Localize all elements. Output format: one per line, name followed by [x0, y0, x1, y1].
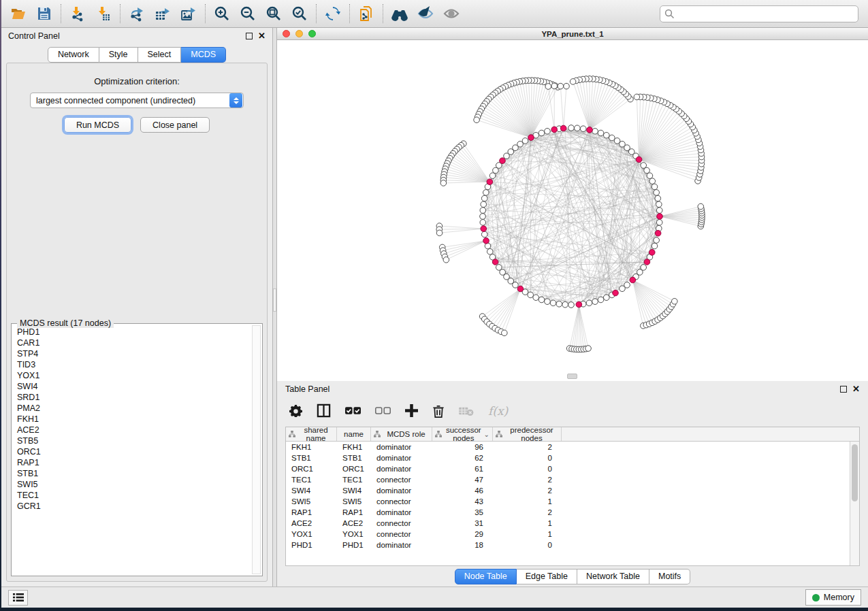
memory-button[interactable]: Memory: [805, 589, 861, 606]
leaf-node[interactable]: [671, 299, 677, 305]
mcds-hub-node[interactable]: [649, 250, 655, 256]
tab-node-table[interactable]: Node Table: [455, 569, 517, 584]
ring-node[interactable]: [533, 295, 539, 301]
ring-node[interactable]: [656, 201, 662, 208]
zoom-fit-icon[interactable]: [261, 2, 287, 25]
ring-node[interactable]: [568, 125, 575, 131]
tab-mcds[interactable]: MCDS: [181, 47, 226, 63]
ring-node[interactable]: [609, 135, 615, 141]
leaf-node[interactable]: [440, 180, 447, 186]
leaf-node[interactable]: [474, 117, 480, 123]
mcds-hub-node[interactable]: [613, 290, 619, 296]
tab-edge-table[interactable]: Edge Table: [517, 569, 577, 584]
ring-node[interactable]: [580, 126, 586, 132]
leaf-node[interactable]: [558, 83, 564, 89]
refresh-view-icon[interactable]: [320, 2, 346, 25]
mcds-hub-node[interactable]: [630, 277, 636, 283]
close-table-panel-icon[interactable]: ✕: [852, 386, 860, 393]
tab-style[interactable]: Style: [99, 47, 138, 63]
task-history-button[interactable]: [8, 590, 28, 606]
table-row[interactable]: ORC1ORC1dominator610: [286, 463, 859, 474]
delete-table-icon[interactable]: [459, 406, 474, 416]
export-table-icon[interactable]: [150, 2, 176, 25]
mcds-hub-node[interactable]: [587, 127, 593, 133]
leaf-node[interactable]: [564, 83, 570, 89]
ring-node[interactable]: [545, 299, 551, 305]
open-file-icon[interactable]: [5, 2, 31, 25]
table-row[interactable]: ACE2ACE2connector311: [286, 518, 859, 529]
ring-node[interactable]: [656, 208, 662, 214]
mcds-result-item[interactable]: ORC1: [13, 446, 251, 457]
unselect-all-checkboxes-icon[interactable]: [375, 406, 391, 416]
select-all-checkboxes-icon[interactable]: [345, 406, 361, 416]
ring-node[interactable]: [513, 282, 519, 288]
ring-node[interactable]: [562, 301, 568, 308]
mcds-hub-node[interactable]: [655, 231, 661, 237]
mcds-result-item[interactable]: CAR1: [13, 337, 251, 348]
ring-node[interactable]: [603, 295, 609, 301]
ring-node[interactable]: [568, 302, 575, 308]
ring-node[interactable]: [641, 163, 647, 169]
delete-column-icon[interactable]: [432, 404, 445, 418]
mcds-hub-node[interactable]: [483, 238, 489, 244]
search-binoculars-icon[interactable]: [387, 2, 413, 25]
mcds-result-item[interactable]: RAP1: [13, 457, 251, 468]
mcds-result-item[interactable]: SWI4: [13, 381, 251, 392]
ring-node[interactable]: [652, 184, 658, 190]
table-row[interactable]: PHD1PHD1dominator180: [286, 540, 859, 550]
minimize-window-icon[interactable]: [295, 30, 303, 37]
table-options-gear-icon[interactable]: [289, 404, 302, 417]
ring-node[interactable]: [539, 297, 545, 303]
leaf-node[interactable]: [570, 79, 576, 85]
table-scrollbar[interactable]: [850, 442, 859, 565]
ring-node[interactable]: [487, 248, 493, 254]
ring-node[interactable]: [624, 282, 630, 288]
ring-node[interactable]: [480, 208, 486, 214]
column-header-shared-name[interactable]: shared name: [286, 427, 337, 441]
ring-node[interactable]: [592, 129, 598, 135]
zoom-in-icon[interactable]: [209, 2, 235, 25]
ring-node[interactable]: [656, 220, 662, 226]
ring-node[interactable]: [528, 292, 534, 298]
ring-node[interactable]: [550, 300, 556, 306]
tab-select[interactable]: Select: [138, 47, 182, 63]
export-image-icon[interactable]: [176, 2, 202, 25]
ring-node[interactable]: [480, 214, 486, 220]
ring-node[interactable]: [647, 173, 653, 179]
ring-node[interactable]: [592, 299, 598, 305]
mcds-hub-node[interactable]: [657, 214, 663, 220]
mcds-hub-node[interactable]: [560, 125, 566, 131]
table-row[interactable]: RAP1RAP1dominator352: [286, 507, 859, 518]
hide-graphics-details-icon[interactable]: [413, 2, 438, 25]
mcds-hub-node[interactable]: [644, 259, 650, 265]
mcds-result-item[interactable]: STP4: [13, 348, 251, 359]
mcds-hub-node[interactable]: [492, 259, 498, 265]
leaf-node[interactable]: [545, 84, 551, 90]
show-graphics-details-icon[interactable]: [438, 2, 464, 25]
leaf-node[interactable]: [502, 330, 508, 336]
function-builder-icon[interactable]: f(x): [488, 404, 508, 418]
maximize-window-icon[interactable]: [308, 30, 316, 37]
tab-motifs[interactable]: Motifs: [649, 569, 690, 584]
ring-node[interactable]: [641, 265, 647, 271]
tab-network-table[interactable]: Network Table: [577, 569, 649, 584]
mcds-result-list[interactable]: PHD1CAR1STP4TID3YOX1SWI4SRD1PMA2FKH1ACE2…: [13, 327, 251, 573]
table-row[interactable]: STB1STB1dominator620: [286, 452, 859, 463]
float-table-panel-icon[interactable]: [840, 386, 847, 393]
ring-node[interactable]: [598, 130, 604, 136]
ring-node[interactable]: [489, 173, 496, 179]
import-table-icon[interactable]: [91, 2, 116, 25]
mcds-result-item[interactable]: TEC1: [13, 490, 251, 501]
optimization-criterion-dropdown[interactable]: largest connected component (undirected): [30, 93, 244, 108]
ring-node[interactable]: [481, 201, 487, 208]
ring-node[interactable]: [654, 237, 660, 244]
mcds-result-item[interactable]: YOX1: [13, 370, 251, 381]
leaf-node[interactable]: [698, 203, 704, 210]
mcds-hub-node[interactable]: [517, 286, 524, 292]
close-window-icon[interactable]: [283, 30, 290, 37]
search-input[interactable]: [678, 9, 854, 18]
leaf-node[interactable]: [436, 230, 443, 236]
ring-node[interactable]: [614, 138, 620, 144]
ring-node[interactable]: [652, 243, 658, 249]
network-canvas[interactable]: [277, 40, 868, 381]
